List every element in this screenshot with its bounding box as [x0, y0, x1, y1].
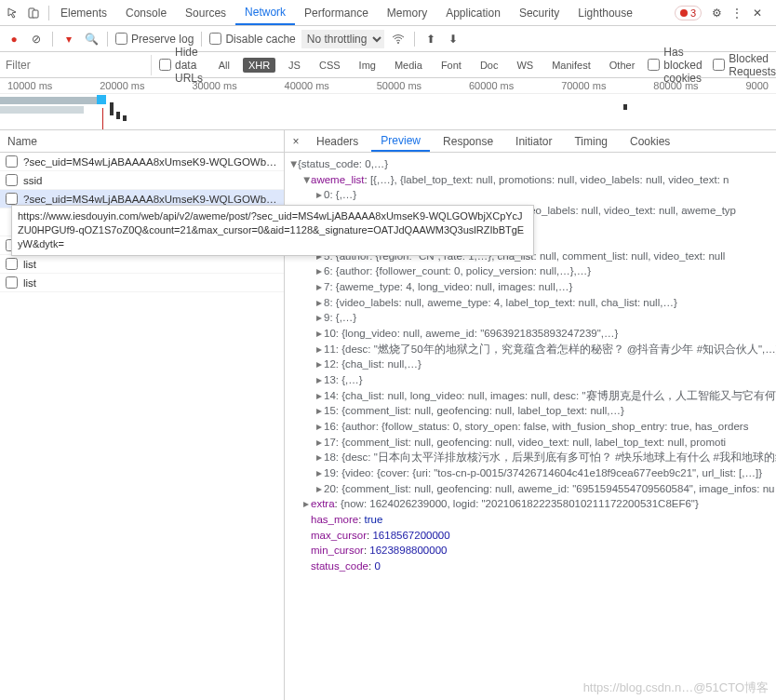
type-doc[interactable]: Doc: [475, 58, 504, 73]
disable-cache-checkbox[interactable]: Disable cache: [209, 33, 295, 46]
json-leaf: true: [365, 514, 383, 525]
search-icon[interactable]: 🔍: [83, 31, 100, 47]
inspect-icon[interactable]: [6, 6, 20, 20]
json-node[interactable]: 16: {author: {follow_status: 0, story_op…: [324, 421, 748, 432]
type-ws[interactable]: WS: [511, 58, 539, 73]
tl-tick: 80000 ms: [653, 80, 698, 91]
tab-initiator[interactable]: Initiator: [506, 132, 561, 151]
json-node[interactable]: 20: {comment_list: null, geofencing: nul…: [324, 483, 774, 494]
tab-preview[interactable]: Preview: [371, 131, 430, 152]
json-node[interactable]: 13: {,…}: [324, 374, 363, 385]
tab-network[interactable]: Network: [235, 0, 295, 25]
filter-input[interactable]: [0, 55, 152, 75]
preserve-log-checkbox[interactable]: Preserve log: [115, 33, 194, 46]
type-other[interactable]: Other: [604, 58, 641, 73]
gear-icon[interactable]: ⚙: [709, 6, 724, 20]
tl-tick: 70000 ms: [561, 80, 606, 91]
tab-cookies[interactable]: Cookies: [621, 132, 679, 151]
json-node[interactable]: 6: {author: {follower_count: 0, policy_v…: [324, 265, 591, 276]
tab-performance[interactable]: Performance: [295, 0, 378, 25]
json-leaf: 1623898800000: [369, 545, 447, 556]
url-tooltip: https://www.iesdouyin.com/web/api/v2/awe…: [11, 205, 534, 256]
network-timeline[interactable]: 10000 ms 20000 ms 30000 ms 40000 ms 5000…: [0, 78, 776, 130]
json-node[interactable]: 12: {cha_list: null,…}: [324, 358, 421, 370]
tab-application[interactable]: Application: [436, 0, 510, 25]
json-node[interactable]: 15: {comment_list: null, geofencing: nul…: [324, 405, 624, 416]
svg-point-2: [397, 42, 399, 44]
name-column-header[interactable]: Name: [0, 130, 284, 153]
json-node[interactable]: 11: {desc: "燃烧了50年的地狱之门，究竟蕴含着怎样的秘密？ @抖音青…: [324, 343, 776, 355]
filter-bar: Hide data URLs All XHR JS CSS Img Media …: [0, 52, 776, 78]
tab-lighthouse[interactable]: Lighthouse: [569, 0, 642, 25]
tl-tick: 30000 ms: [192, 80, 236, 91]
device-icon[interactable]: [26, 6, 41, 20]
json-node[interactable]: [{,…}, {label_top_text: null, promotions…: [370, 174, 729, 185]
request-row[interactable]: list: [0, 274, 284, 292]
json-node[interactable]: 7: {aweme_type: 4, long_video: null, ima…: [324, 281, 572, 292]
request-row[interactable]: list: [0, 255, 284, 274]
json-root[interactable]: {status_code: 0,…}: [298, 158, 388, 169]
type-js[interactable]: JS: [283, 58, 306, 73]
watermark: https://blog.csdn.n…@51CTO博客: [583, 680, 769, 696]
json-node[interactable]: 14: {cha_list: null, long_video: null, i…: [324, 390, 776, 401]
close-detail-icon[interactable]: ×: [288, 135, 303, 148]
type-all[interactable]: All: [213, 58, 235, 73]
tl-tick: 60000 ms: [469, 80, 514, 91]
json-node[interactable]: 18: {desc: "日本向太平洋排放核污水，后果到底有多可怕？ #快乐地球上…: [324, 451, 776, 463]
json-leaf: 0: [374, 560, 380, 572]
clear-icon[interactable]: ⊘: [28, 31, 45, 47]
error-count: 3: [690, 7, 696, 19]
disable-cache-label: Disable cache: [225, 33, 295, 46]
json-node[interactable]: 10: {long_video: null, aweme_id: "696392…: [324, 328, 618, 339]
json-node[interactable]: 8: {video_labels: null, aweme_type: 4, l…: [324, 297, 677, 308]
svg-rect-1: [33, 10, 38, 18]
request-row[interactable]: ?sec_uid=MS4wLjABAAAA8xUmseK9-WQLGOWbjXC…: [0, 153, 284, 171]
tl-tick: 20000 ms: [100, 80, 144, 91]
tab-timing[interactable]: Timing: [565, 132, 617, 151]
json-node[interactable]: 17: {comment_list: null, geofencing: nul…: [324, 437, 726, 448]
tl-tick: 9000: [746, 80, 769, 91]
record-icon[interactable]: ●: [6, 31, 22, 47]
tl-tick: 50000 ms: [377, 80, 421, 91]
tab-memory[interactable]: Memory: [378, 0, 436, 25]
type-font[interactable]: Font: [435, 58, 467, 73]
type-media[interactable]: Media: [389, 58, 428, 73]
json-node[interactable]: 0: {,…}: [324, 189, 356, 200]
panel-tabs: Elements Console Sources Network Perform…: [51, 0, 675, 25]
type-xhr[interactable]: XHR: [243, 58, 275, 73]
devtools-tabbar: Elements Console Sources Network Perform…: [0, 0, 776, 26]
json-node[interactable]: 19: {video: {cover: {uri: "tos-cn-p-0015…: [324, 467, 762, 478]
preserve-log-label: Preserve log: [131, 33, 194, 46]
json-node[interactable]: 9: {,…}: [324, 312, 356, 323]
tab-headers[interactable]: Headers: [307, 132, 368, 151]
blocked-requests-label: Blocked Requests: [729, 52, 776, 78]
type-manifest[interactable]: Manifest: [546, 58, 596, 73]
tab-response[interactable]: Response: [434, 132, 502, 151]
tab-elements[interactable]: Elements: [51, 0, 116, 25]
error-badge[interactable]: 3: [675, 6, 702, 20]
tl-tick: 10000 ms: [7, 80, 52, 91]
json-node[interactable]: {now: 1624026239000, logid: "20210618222…: [341, 498, 699, 509]
tab-security[interactable]: Security: [510, 0, 569, 25]
type-css[interactable]: CSS: [314, 58, 346, 73]
json-leaf: 1618567200000: [372, 530, 449, 541]
tab-console[interactable]: Console: [116, 0, 176, 25]
filter-icon[interactable]: ▾: [60, 31, 77, 47]
detail-tabs: × Headers Preview Response Initiator Tim…: [285, 130, 776, 153]
tab-sources[interactable]: Sources: [176, 0, 235, 25]
kebab-icon[interactable]: ⋮: [729, 6, 744, 20]
close-icon[interactable]: ✕: [750, 6, 765, 20]
request-row[interactable]: ssid: [0, 171, 284, 190]
blocked-requests-checkbox[interactable]: Blocked Requests: [713, 52, 776, 78]
type-img[interactable]: Img: [354, 58, 381, 73]
tl-tick: 40000 ms: [285, 80, 329, 91]
